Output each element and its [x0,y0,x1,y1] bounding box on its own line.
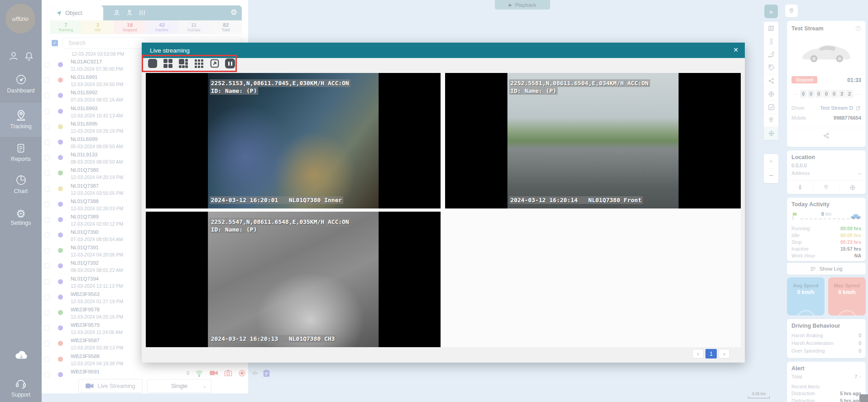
video-tile[interactable]: 2252.5153,N,08611.7045,E,030KM/H ACC:ON … [146,73,441,208]
quad-layout-icon [163,59,173,68]
video-frame: 2252.5547,N,08611.6548,E,035KM/H ACC:ON … [208,212,379,347]
close-icon[interactable]: ✕ [733,46,739,53]
gps-overlay: 2252.5547,N,08611.6548,E,035KM/H ACC:ON [210,218,350,226]
id-overlay: ID: Name: (P) [509,87,558,95]
nine-layout-icon [195,59,203,68]
pause-icon [225,58,235,68]
live-streaming-modal: Live streaming ✕ 2252.5153,N,08611.7045,… [142,43,745,363]
layout-quad-button[interactable] [163,58,173,69]
prev-page-button[interactable]: ‹ [692,349,704,358]
layout-five-button[interactable] [178,58,189,69]
pause-all-button[interactable] [225,58,235,69]
timestamp-overlay: 2024-03-12 16:20:14 NL01Q7380 Front [509,196,643,204]
single-layout-icon [148,59,157,68]
fullscreen-button[interactable] [209,58,220,69]
video-frame: 2252.5581,N,08611.6504,E,034KM/H ACC:ON … [507,73,679,208]
page-1-button[interactable]: 1 [705,349,717,358]
pagination: ‹ 1 › [692,349,730,358]
timestamp-overlay: 2024-03-12 16:20:01 NL01Q7380 Inner [210,196,344,204]
five-layout-icon [179,59,188,68]
app-root: uffizio Dashboard Tracking Reports Chart… [0,0,868,402]
layout-nine-button[interactable] [194,58,204,69]
id-overlay: ID: Name: (P) [210,226,259,233]
timestamp-overlay: 2024-03-12 16:20:13 NL01Q7380 CH3 [210,335,336,343]
video-frame: 2252.5153,N,08611.7045,E,030KM/H ACC:ON … [208,73,379,208]
gps-overlay: 2252.5581,N,08611.6504,E,034KM/H ACC:ON [509,79,650,87]
video-tile[interactable]: 2252.5581,N,08611.6504,E,034KM/H ACC:ON … [445,73,741,208]
id-overlay: ID: Name: (P) [210,87,259,95]
gps-overlay: 2252.5153,N,08611.7045,E,030KM/H ACC:ON [210,79,350,87]
layout-toolbar-highlight [142,55,237,72]
modal-title: Live streaming [150,47,190,54]
expand-icon [210,58,220,68]
video-tile[interactable]: 2252.5547,N,08611.6548,E,035KM/H ACC:ON … [146,212,441,347]
video-grid: 2252.5153,N,08611.7045,E,030KM/H ACC:ON … [146,73,741,347]
next-page-button[interactable]: › [719,349,730,358]
layout-single-button[interactable] [147,58,158,69]
